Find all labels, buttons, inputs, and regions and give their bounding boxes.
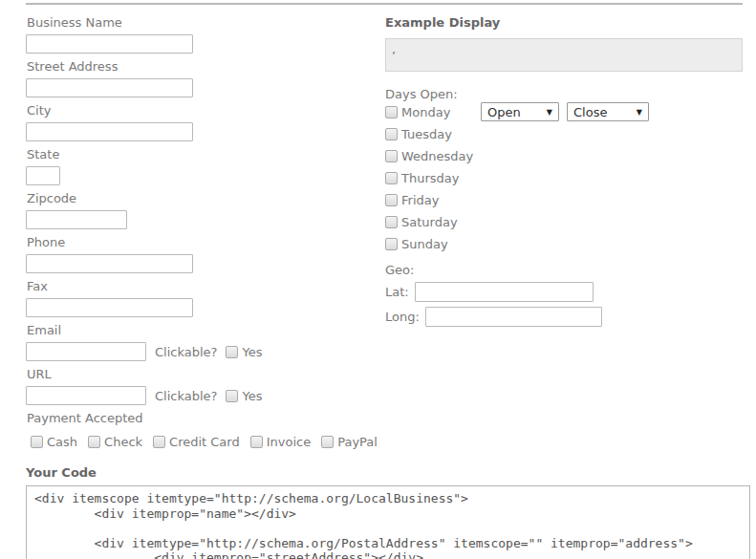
street-address-input[interactable] [26,78,193,97]
email-label: Email [27,324,378,337]
invoice-label: Invoice [267,435,311,449]
email-clickable-label: Clickable? [155,345,217,359]
email-group: Email Clickable? Yes [26,324,378,361]
lat-label: Lat: [385,285,409,299]
payment-options-row: Cash Check Credit Card Invoice PayPal [31,434,378,449]
local-business-schema-generator: Business Name Street Address City State … [0,0,756,559]
url-clickable-label: Clickable? [155,389,217,403]
lat-row: Lat: [385,282,743,302]
fax-label: Fax [27,280,378,293]
business-name-label: Business Name [27,16,378,30]
street-address-group: Street Address [26,60,378,97]
street-address-label: Street Address [27,60,378,74]
thursday-label: Thursday [401,171,459,185]
city-group: City [26,104,378,141]
invoice-checkbox[interactable] [250,436,263,448]
credit-card-label: Credit Card [169,435,240,449]
close-time-select-value: Close [573,105,607,119]
cash-checkbox[interactable] [31,436,43,448]
phone-label: Phone [27,236,378,249]
tuesday-checkbox[interactable] [385,128,398,140]
email-input[interactable] [26,342,146,361]
state-group: State [26,148,378,185]
fax-input[interactable] [26,298,193,317]
email-clickable-checkbox[interactable] [226,346,238,358]
saturday-checkbox[interactable] [385,216,398,228]
state-label: State [27,148,378,161]
tuesday-label: Tuesday [401,127,452,141]
monday-label: Monday [401,105,450,119]
top-divider [26,3,743,5]
city-input[interactable] [26,122,193,141]
monday-checkbox[interactable] [385,106,398,118]
wednesday-checkbox[interactable] [385,150,398,162]
phone-input[interactable] [26,254,193,273]
lat-input[interactable] [415,282,594,302]
day-row-monday: Monday Open ▼ Close ▼ [385,101,743,123]
sunday-checkbox[interactable] [385,238,398,250]
long-row: Long: [385,307,743,327]
friday-checkbox[interactable] [385,194,398,206]
phone-group: Phone [26,236,378,273]
url-clickable-yes-label: Yes [242,389,262,403]
state-input[interactable] [26,166,60,185]
dropdown-arrow-icon: ▼ [547,108,552,117]
zipcode-label: Zipcode [27,192,378,205]
payment-option-credit-card: Credit Card [153,435,240,449]
zipcode-group: Zipcode [26,192,378,229]
payment-option-paypal: PayPal [321,435,378,449]
payment-option-invoice: Invoice [250,435,311,449]
check-label: Check [104,435,142,449]
paypal-checkbox[interactable] [321,436,334,448]
your-code-section: Your Code <div itemscope itemtype="http:… [26,465,750,559]
your-code-title: Your Code [26,465,750,480]
long-label: Long: [385,310,420,324]
cash-label: Cash [47,435,77,449]
generated-code-box: <div itemscope itemtype="http://schema.o… [26,485,750,559]
payment-option-cash: Cash [31,435,77,449]
city-label: City [27,104,378,118]
business-info-form: Business Name Street Address City State … [26,16,378,456]
day-row-saturday: Saturday [385,211,743,233]
friday-label: Friday [401,193,439,207]
paypal-label: PayPal [337,435,378,449]
example-and-options-panel: Example Display , Days Open: Monday Open… [385,15,743,327]
day-row-thursday: Thursday [385,167,743,189]
day-row-tuesday: Tuesday [385,123,743,145]
example-display-title: Example Display [385,15,743,30]
url-group: URL Clickable? Yes [26,368,378,405]
saturday-label: Saturday [401,215,458,229]
wednesday-label: Wednesday [401,149,473,163]
payment-accepted-group: Payment Accepted Cash Check Credit Card … [26,412,378,449]
open-time-select[interactable]: Open ▼ [481,102,559,121]
dropdown-arrow-icon: ▼ [637,108,642,117]
credit-card-checkbox[interactable] [153,436,165,448]
url-label: URL [27,368,378,381]
geo-label: Geo: [385,264,743,277]
close-time-select[interactable]: Close ▼ [567,102,649,121]
check-checkbox[interactable] [88,436,100,448]
email-clickable-yes-label: Yes [242,345,262,359]
payment-accepted-label: Payment Accepted [27,412,378,425]
sunday-label: Sunday [401,237,448,251]
payment-option-check: Check [88,435,142,449]
day-row-wednesday: Wednesday [385,145,743,167]
days-open-label: Days Open: [385,88,743,101]
business-name-input[interactable] [26,34,193,54]
generated-code: <div itemscope itemtype="http://schema.o… [34,491,742,559]
url-input[interactable] [26,386,146,405]
open-time-select-value: Open [487,105,521,119]
url-clickable-checkbox[interactable] [226,390,238,402]
long-input[interactable] [425,307,602,327]
thursday-checkbox[interactable] [385,172,398,184]
day-row-friday: Friday [385,189,743,211]
day-row-sunday: Sunday [385,233,743,255]
zipcode-input[interactable] [26,210,127,229]
fax-group: Fax [26,280,378,317]
business-name-group: Business Name [26,16,378,54]
example-display-box: , [385,38,743,72]
